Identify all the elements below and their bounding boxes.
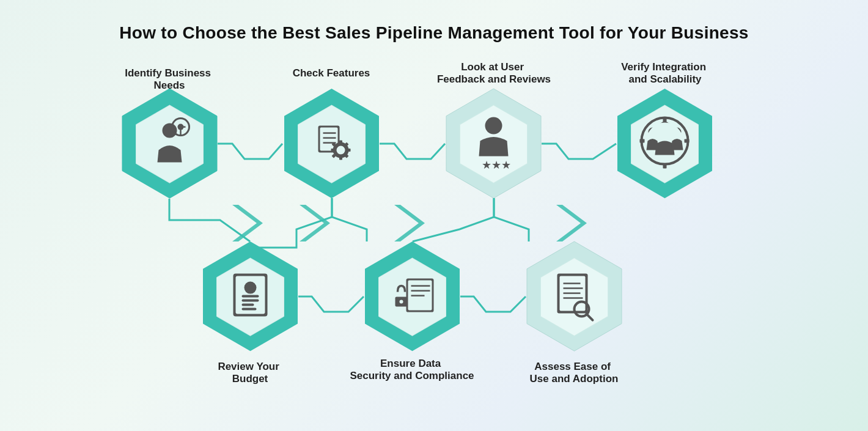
svg-rect-47 (242, 300, 259, 302)
svg-point-28 (485, 117, 502, 134)
svg-point-45 (245, 282, 257, 294)
svg-marker-72 (556, 205, 587, 241)
page-title: How to Choose the Best Sales Pipeline Ma… (0, 0, 868, 43)
svg-marker-1 (0, 58, 67, 136)
svg-rect-40 (640, 139, 645, 143)
svg-rect-38 (663, 164, 667, 169)
svg-text:★★★: ★★★ (482, 159, 511, 171)
svg-rect-49 (242, 308, 257, 311)
svg-text:Ensure Data
      Security and: Ensure Data Security and Compliance (350, 358, 474, 381)
svg-rect-21 (331, 149, 335, 152)
svg-text:Review Your
      Budget: Review Your Budget (218, 361, 282, 385)
svg-text:Look at User
      Feedback an: Look at User Feedback and Reviews (437, 61, 551, 85)
svg-text:Verify Integration
      and S: Verify Integration and Scalability (621, 61, 709, 85)
svg-point-17 (337, 146, 345, 155)
diagram-area: ★★★ (0, 58, 868, 431)
svg-marker-0 (0, 58, 95, 168)
svg-rect-20 (347, 149, 351, 152)
svg-point-4 (163, 123, 177, 138)
svg-rect-18 (339, 141, 342, 144)
svg-rect-19 (339, 157, 342, 160)
svg-marker-69 (232, 205, 263, 241)
svg-rect-46 (242, 295, 259, 298)
svg-point-58 (400, 300, 403, 304)
svg-text:Assess Ease of
      Use and A: Assess Ease of Use and Adoption (530, 361, 619, 385)
svg-rect-48 (242, 304, 254, 306)
svg-text:Identify Business
      Needs: Identify Business Needs (125, 67, 214, 91)
svg-rect-37 (663, 117, 667, 122)
svg-marker-71 (394, 205, 425, 241)
svg-text:Check Features: Check Features (293, 67, 370, 79)
svg-rect-39 (685, 139, 690, 143)
